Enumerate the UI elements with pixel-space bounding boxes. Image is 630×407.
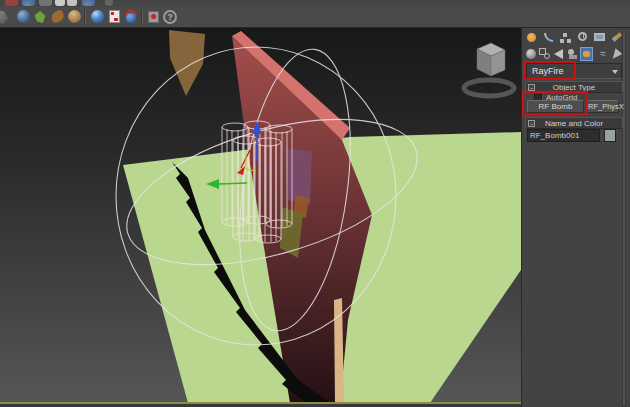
category-systems[interactable] bbox=[611, 47, 624, 61]
helper-category-dropdown[interactable]: RayFire bbox=[526, 63, 622, 79]
tab-display[interactable] bbox=[592, 30, 607, 45]
rollout-object-type[interactable]: - Object Type bbox=[525, 81, 623, 93]
rf-bomb-button[interactable]: RF Bomb bbox=[527, 100, 584, 113]
rf-physx-button[interactable]: RF_PhysX bbox=[587, 100, 619, 113]
category-geometry[interactable] bbox=[524, 47, 537, 61]
object-color-swatch[interactable] bbox=[604, 129, 616, 142]
snap-tool-icon[interactable] bbox=[0, 9, 12, 25]
category-helpers-selected[interactable] bbox=[580, 47, 593, 61]
create-categories: ≈ bbox=[524, 47, 626, 62]
category-shapes[interactable] bbox=[538, 47, 551, 61]
tan-sphere-icon[interactable] bbox=[66, 9, 82, 25]
category-space-warps[interactable]: ≈ bbox=[596, 47, 609, 61]
clipped-toolbar-icon[interactable] bbox=[67, 0, 77, 6]
tab-modify[interactable] bbox=[541, 30, 556, 45]
tab-utilities[interactable] bbox=[609, 30, 624, 45]
clipped-toolbar-icon[interactable] bbox=[39, 0, 52, 6]
collapse-icon[interactable]: - bbox=[528, 84, 535, 91]
viewport-scene[interactable] bbox=[0, 28, 521, 402]
perspective-viewport[interactable] bbox=[0, 28, 521, 402]
dropdown-value: RayFire bbox=[532, 66, 564, 76]
help-icon[interactable]: ? bbox=[162, 9, 178, 25]
horn-icon[interactable] bbox=[49, 9, 65, 25]
chevron-down-icon bbox=[612, 70, 618, 74]
clipped-toolbar-icon[interactable] bbox=[5, 0, 18, 6]
object-name-input[interactable] bbox=[527, 129, 600, 142]
main-toolbar: ? bbox=[0, 0, 630, 28]
clipped-toolbar-icon[interactable] bbox=[55, 0, 65, 6]
command-panel: ≈ RayFire - Object Type AutoGrid RF Bomb… bbox=[521, 28, 630, 407]
clipped-toolbar-icon[interactable] bbox=[82, 0, 95, 6]
green-shard-icon[interactable] bbox=[32, 9, 48, 25]
rendered-frame-window-icon[interactable] bbox=[123, 9, 139, 25]
render-production-icon[interactable] bbox=[145, 9, 161, 25]
category-lights[interactable] bbox=[552, 47, 565, 61]
clipped-toolbar-icon[interactable] bbox=[22, 0, 35, 6]
material-editor-icon[interactable] bbox=[89, 9, 105, 25]
rollout-name-and-color[interactable]: - Name and Color bbox=[525, 117, 623, 129]
lower-toolbar-row: ? bbox=[0, 8, 630, 27]
tab-hierarchy[interactable] bbox=[558, 30, 573, 45]
clipped-toolbar-icon[interactable] bbox=[105, 0, 113, 6]
tab-motion[interactable] bbox=[575, 30, 590, 45]
category-cameras[interactable] bbox=[566, 47, 579, 61]
collapse-icon[interactable]: - bbox=[528, 120, 535, 127]
render-setup-icon[interactable] bbox=[106, 9, 122, 25]
blue-rock-sphere-icon[interactable] bbox=[15, 9, 31, 25]
command-panel-tabs bbox=[522, 30, 626, 46]
tab-create[interactable] bbox=[524, 30, 539, 45]
upper-toolbar-row bbox=[0, 0, 630, 7]
3dsmax-window: ? bbox=[0, 0, 630, 407]
toolbar-separator bbox=[84, 9, 86, 25]
toolbar-separator bbox=[141, 9, 143, 25]
